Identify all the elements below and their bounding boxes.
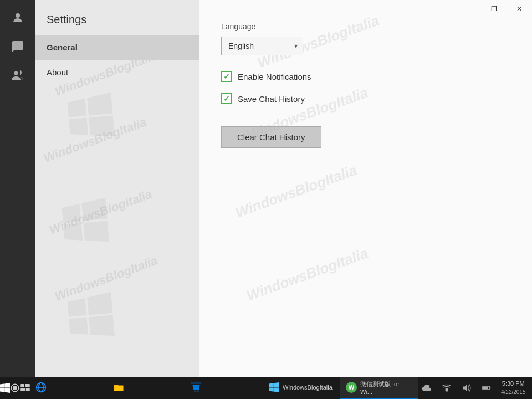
svg-point-11 bbox=[194, 390, 196, 392]
cortana-button[interactable] bbox=[10, 377, 20, 399]
clear-chat-history-button[interactable]: Clear Chat History bbox=[221, 126, 321, 148]
taskbar-app-ie[interactable] bbox=[30, 377, 108, 399]
taskbar-battery-icon[interactable] bbox=[478, 379, 495, 397]
taskbar: WindowsBlogItalia W 微信测试版 for Wi... bbox=[0, 377, 532, 399]
enable-notifications-check-icon: ✓ bbox=[223, 72, 230, 81]
win-logo-wm-2 bbox=[61, 198, 109, 248]
save-chat-history-label: Save Chat History bbox=[238, 94, 305, 104]
language-select-wrapper: English Chinese French German Spanish ▾ bbox=[221, 37, 303, 55]
save-chat-history-check-icon: ✓ bbox=[223, 94, 230, 103]
watermark-sidebar-2: WindowsBlogItalia bbox=[42, 115, 148, 165]
svg-rect-4 bbox=[20, 384, 24, 387]
restore-button[interactable]: ❐ bbox=[481, 0, 507, 18]
watermark-sidebar-3: WindowsBlogItalia bbox=[47, 187, 154, 237]
watermark-main-4: WindowsBlogItalia bbox=[244, 244, 371, 304]
taskbar-app-wechat[interactable]: W 微信测试版 for Wi... bbox=[340, 377, 418, 399]
enable-notifications-checkbox[interactable]: ✓ bbox=[221, 71, 232, 82]
explorer-icon bbox=[113, 382, 124, 393]
winblog-label: WindowsBlogItalia bbox=[283, 384, 332, 391]
title-bar: — ❐ ✕ bbox=[456, 0, 532, 18]
language-select[interactable]: English Chinese French German Spanish bbox=[221, 37, 303, 55]
svg-point-12 bbox=[197, 390, 199, 392]
language-label: Language bbox=[221, 22, 510, 31]
taskbar-date: 4/22/2015 bbox=[501, 388, 526, 396]
icon-sidebar bbox=[0, 0, 35, 377]
svg-rect-6 bbox=[20, 388, 25, 391]
minimize-button[interactable]: — bbox=[456, 0, 481, 18]
svg-rect-5 bbox=[25, 384, 30, 387]
taskbar-right: 5:30 PM 4/22/2015 bbox=[418, 377, 532, 399]
svg-point-0 bbox=[16, 13, 20, 18]
taskbar-app-store[interactable] bbox=[185, 377, 263, 399]
svg-rect-7 bbox=[26, 388, 30, 391]
watermark-sidebar-4: WindowsBlogItalia bbox=[53, 253, 159, 304]
sidebar-chat-icon[interactable] bbox=[4, 33, 31, 60]
nav-item-general[interactable]: General bbox=[35, 35, 199, 60]
taskbar-app-winblog[interactable]: WindowsBlogItalia bbox=[263, 377, 340, 399]
win-logo-wm-3 bbox=[66, 292, 115, 342]
svg-rect-13 bbox=[446, 388, 448, 391]
watermark-main-3: WindowsBlogItalia bbox=[233, 161, 360, 221]
settings-title: Settings bbox=[35, 9, 199, 35]
store-icon bbox=[191, 382, 202, 393]
app-container: WindowsBlogItalia WindowsBlogItalia Wind… bbox=[0, 0, 532, 377]
winblog-icon bbox=[268, 382, 279, 393]
ie-icon bbox=[35, 382, 47, 393]
nav-item-about[interactable]: About bbox=[35, 60, 199, 85]
enable-notifications-label: Enable Notifications bbox=[238, 72, 311, 81]
taskbar-time[interactable]: 5:30 PM 4/22/2015 bbox=[498, 380, 529, 396]
svg-point-1 bbox=[14, 71, 18, 75]
wechat-icon: W bbox=[346, 382, 357, 393]
svg-point-3 bbox=[13, 386, 17, 390]
svg-rect-16 bbox=[483, 387, 488, 389]
taskbar-app-explorer[interactable] bbox=[108, 377, 185, 399]
sidebar-profile-icon[interactable] bbox=[4, 4, 31, 31]
taskbar-clock: 5:30 PM bbox=[501, 380, 526, 388]
taskbar-volume-icon[interactable] bbox=[458, 379, 475, 397]
main-content: WindowsBlogItalia WindowsBlogItalia Wind… bbox=[199, 0, 532, 377]
start-button[interactable] bbox=[0, 377, 10, 399]
svg-rect-15 bbox=[490, 387, 490, 389]
win-logo-wm-1 bbox=[66, 93, 115, 143]
sidebar-contacts-icon[interactable] bbox=[4, 62, 31, 89]
taskbar-network-icon[interactable] bbox=[438, 379, 456, 397]
taskbar-cloud-icon[interactable] bbox=[418, 379, 436, 397]
wechat-label: 微信测试版 for Wi... bbox=[360, 380, 412, 395]
task-view-button[interactable] bbox=[20, 377, 30, 399]
nav-sidebar: WindowsBlogItalia WindowsBlogItalia Wind… bbox=[35, 0, 199, 377]
save-chat-history-checkbox[interactable]: ✓ bbox=[221, 93, 232, 104]
close-button[interactable]: ✕ bbox=[507, 0, 532, 18]
save-chat-history-row: ✓ Save Chat History bbox=[221, 93, 510, 104]
enable-notifications-row: ✓ Enable Notifications bbox=[221, 71, 510, 82]
